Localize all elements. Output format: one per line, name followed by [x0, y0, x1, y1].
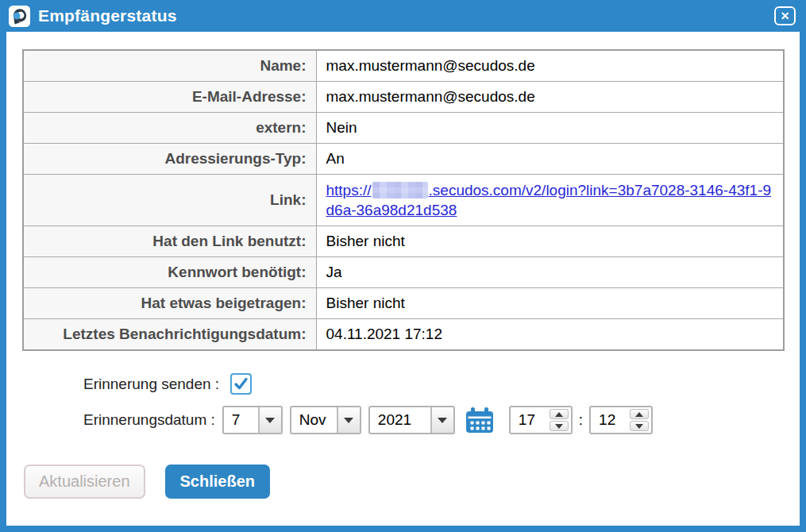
close-button[interactable]: ✕ [774, 6, 796, 25]
field-label-contributed: Hat etwas beigetragen: [23, 288, 316, 319]
secudos-logo-icon [9, 6, 30, 27]
minute-down-button[interactable] [630, 421, 649, 431]
link-prefix: https:// [326, 182, 372, 199]
table-row-name: Name: max.mustermann@secudos.de [23, 50, 784, 82]
chevron-down-icon [635, 424, 643, 429]
table-row-email: E-Mail-Adresse: max.mustermann@secudos.d… [23, 82, 784, 113]
close-dialog-button[interactable]: Schließen [165, 465, 270, 499]
reminder-date-label: Erinnerungsdatum : [83, 411, 215, 429]
field-value-password-required: Ja [316, 257, 784, 288]
field-value-extern: Nein [316, 113, 784, 144]
field-value-contributed: Bisher nicht [316, 288, 784, 319]
hour-spinner[interactable]: 17 [509, 406, 573, 434]
redacted-hostname [372, 182, 428, 199]
dialog-title: Empfängerstatus [38, 6, 177, 25]
day-dropdown[interactable]: 7 [222, 406, 283, 434]
month-dropdown-button[interactable] [337, 407, 360, 433]
hour-down-button[interactable] [550, 421, 569, 431]
field-label-link-used: Hat den Link benutzt: [23, 226, 316, 257]
table-row-contributed: Hat etwas beigetragen: Bisher nicht [23, 288, 784, 319]
recipient-info-table: Name: max.mustermann@secudos.de E-Mail-A… [22, 49, 785, 351]
field-value-addressing-type: An [316, 144, 784, 175]
table-row-extern: extern: Nein [23, 113, 784, 144]
calendar-picker-button[interactable] [465, 406, 495, 434]
field-label-last-notification: Letztes Benachrichtigungsdatum: [23, 319, 316, 351]
chevron-down-icon [438, 418, 447, 423]
hour-spinner-buttons [547, 407, 571, 433]
field-value-last-notification: 04.11.2021 17:12 [316, 319, 784, 351]
field-label-password-required: Kennwort benötigt: [23, 257, 316, 288]
table-row-link-used: Hat den Link benutzt: Bisher nicht [23, 226, 784, 257]
year-dropdown-button[interactable] [430, 407, 453, 433]
reminder-send-checkbox[interactable] [230, 373, 252, 395]
field-value-name: max.mustermann@secudos.de [316, 50, 784, 82]
table-row-password-required: Kennwort benötigt: Ja [23, 257, 784, 288]
field-label-addressing-type: Adressierungs-Typ: [23, 144, 316, 175]
minute-spinner-buttons [627, 407, 651, 433]
year-dropdown-value: 2021 [370, 407, 430, 433]
month-dropdown-value: Nov [291, 407, 337, 433]
table-row-addressing-type: Adressierungs-Typ: An [23, 144, 784, 175]
reminder-send-label: Erinnerung senden : [83, 376, 219, 393]
reminder-send-row: Erinnerung senden : [22, 373, 784, 395]
chevron-down-icon [265, 418, 275, 423]
dialog-footer: Aktualisieren Schließen [22, 465, 784, 499]
chevron-up-icon [635, 412, 643, 417]
table-row-link: Link: https://.secudos.com/v2/login?link… [23, 175, 784, 226]
field-label-extern: extern: [23, 113, 316, 144]
recipient-status-dialog: Empfängerstatus ✕ Name: max.mustermann@s… [0, 0, 806, 532]
field-label-link: Link: [23, 175, 316, 226]
chevron-up-icon [555, 412, 563, 417]
chevron-down-icon [344, 418, 353, 423]
dialog-content: Name: max.mustermann@secudos.de E-Mail-A… [6, 32, 800, 526]
day-dropdown-button[interactable] [258, 407, 281, 433]
recipient-link[interactable]: https://.secudos.com/v2/login?link=3b7a7… [326, 182, 772, 218]
field-value-link: https://.secudos.com/v2/login?link=3b7a7… [316, 175, 784, 226]
chevron-down-icon [555, 424, 563, 429]
minute-value: 12 [591, 407, 627, 433]
calendar-icon [465, 406, 495, 434]
month-dropdown[interactable]: Nov [290, 406, 361, 434]
reminder-section: Erinnerung senden : Erinnerungsdatum : 7… [22, 373, 784, 434]
minute-spinner[interactable]: 12 [589, 406, 653, 434]
table-row-last-notification: Letztes Benachrichtigungsdatum: 04.11.20… [23, 319, 784, 351]
field-label-name: Name: [23, 50, 316, 82]
close-icon: ✕ [781, 10, 790, 21]
dialog-titlebar: Empfängerstatus ✕ [0, 0, 806, 32]
hour-value: 17 [511, 407, 547, 433]
reminder-date-row: Erinnerungsdatum : 7 Nov 2021 [22, 406, 784, 434]
field-value-email: max.mustermann@secudos.de [316, 82, 784, 113]
field-value-link-used: Bisher nicht [316, 226, 784, 257]
update-button[interactable]: Aktualisieren [24, 465, 145, 499]
day-dropdown-value: 7 [224, 407, 258, 433]
time-separator: : [579, 411, 583, 429]
field-label-email: E-Mail-Adresse: [23, 82, 316, 113]
hour-up-button[interactable] [550, 409, 569, 419]
minute-up-button[interactable] [630, 409, 649, 419]
check-icon [233, 376, 249, 391]
year-dropdown[interactable]: 2021 [368, 406, 455, 434]
